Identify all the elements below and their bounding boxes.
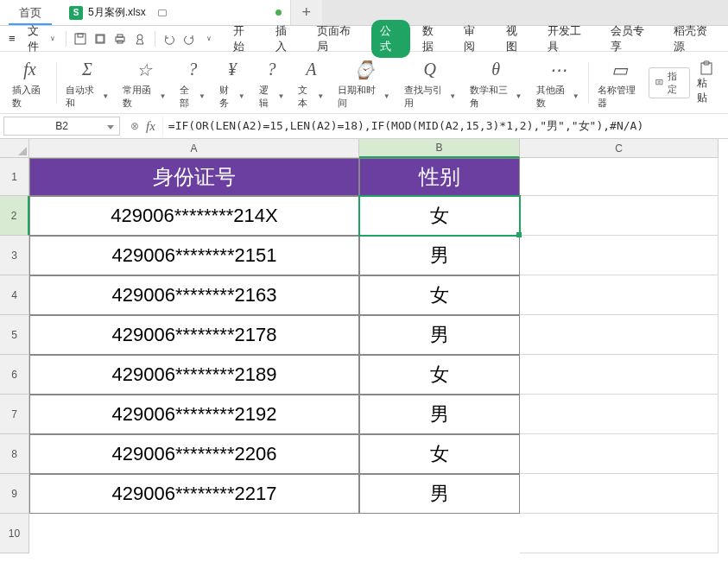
row-header-9[interactable]: 9 [0, 474, 29, 514]
ribbon-tab-8[interactable]: 会员专享 [602, 20, 662, 58]
ribbon-group-文本[interactable]: A文本▼ [291, 54, 331, 112]
cell-C1[interactable] [520, 158, 719, 196]
cell-A8[interactable]: 429006********2206 [29, 434, 359, 474]
cell-B2[interactable]: 女 [359, 196, 520, 236]
dropdown-more-icon[interactable]: ∨ [199, 29, 218, 48]
cell-C4[interactable] [520, 275, 719, 315]
file-menu[interactable]: 文件∨ [22, 20, 60, 58]
presentation-mode-icon[interactable] [158, 9, 167, 16]
undo-icon[interactable] [161, 29, 179, 48]
ribbon-group-名称管理器[interactable]: ▭名称管理器 [591, 54, 649, 112]
cell-B5[interactable]: 男 [359, 315, 520, 355]
fill-handle[interactable] [516, 232, 522, 237]
row-header-6[interactable]: 6 [0, 355, 29, 395]
ribbon-group-查找与引用[interactable]: Q查找与引用▼ [397, 54, 463, 112]
svg-rect-5 [117, 35, 123, 37]
ribbon-group-日期和时间[interactable]: ⌚日期和时间▼ [331, 54, 396, 112]
select-all-corner[interactable] [0, 139, 29, 158]
ribbon-tab-3[interactable]: 公式 [371, 20, 409, 58]
column-header-B[interactable]: B [359, 139, 520, 158]
row-header-8[interactable]: 8 [0, 434, 29, 474]
ribbon-label: 查找与引用▼ [404, 84, 456, 110]
column-header-A[interactable]: A [29, 139, 359, 158]
cell-C6[interactable] [520, 355, 719, 395]
row-header-2[interactable]: 2 [0, 196, 29, 236]
自动求和-icon: Σ [82, 56, 92, 84]
cell-A4[interactable]: 429006********2163 [29, 275, 359, 315]
assign-name-button[interactable]: 指定 [649, 67, 690, 98]
ribbon-group-插入函数[interactable]: fx插入函数 [5, 54, 54, 112]
print-preview-icon[interactable] [92, 29, 110, 48]
save-icon[interactable] [72, 29, 90, 48]
redo-icon[interactable] [180, 29, 199, 48]
cell-A2[interactable]: 429006********214X [29, 196, 359, 236]
hamburger-menu[interactable]: ≡ [3, 28, 21, 48]
ribbon-label: 逻辑▼ [259, 84, 285, 110]
format-painter-icon[interactable] [131, 29, 149, 48]
cell-B8[interactable]: 女 [359, 434, 520, 474]
ribbon-label: 文本▼ [298, 84, 324, 110]
ribbon-group-逻辑[interactable]: ?逻辑▼ [252, 54, 292, 112]
cell-A9[interactable]: 429006********2217 [29, 474, 359, 514]
ribbon-group-常用函数[interactable]: ☆常用函数▼ [116, 54, 173, 112]
ribbon-label: 日期和时间▼ [338, 84, 389, 110]
cell-B3[interactable]: 男 [359, 236, 520, 275]
cell-C7[interactable] [520, 395, 719, 434]
逻辑-icon: ? [268, 56, 276, 84]
名称管理器-icon: ▭ [611, 56, 628, 84]
ribbon-right: 指定 粘贴 [649, 60, 723, 105]
cell-C3[interactable] [520, 236, 719, 275]
cell-C10[interactable] [520, 514, 719, 553]
name-box[interactable]: B2 [3, 117, 120, 136]
cell-B6[interactable]: 女 [359, 355, 520, 395]
fx-icon[interactable]: fx [146, 119, 155, 134]
ribbon-group-数学和三角[interactable]: θ数学和三角▼ [463, 54, 529, 112]
cell-B9[interactable]: 男 [359, 474, 520, 514]
row-header-10[interactable]: 10 [0, 514, 29, 553]
cell-A1[interactable]: 身份证号 [29, 158, 359, 196]
ribbon-tab-1[interactable]: 插入 [267, 20, 305, 58]
column-header-C[interactable]: C [520, 139, 719, 158]
row-header-4[interactable]: 4 [0, 275, 29, 315]
ribbon-group-全部[interactable]: ?全部▼ [173, 54, 212, 112]
ribbon-tab-5[interactable]: 审阅 [455, 20, 493, 58]
ribbon-tab-2[interactable]: 页面布局 [308, 20, 368, 58]
row-header-5[interactable]: 5 [0, 315, 29, 355]
ribbon-tab-6[interactable]: 视图 [497, 20, 535, 58]
cell-C8[interactable] [520, 434, 719, 474]
quick-access-toolbar: ≡ 文件∨ ∨ [3, 20, 225, 58]
paste-button[interactable]: 粘贴 [697, 60, 716, 105]
cell-B4[interactable]: 女 [359, 275, 520, 315]
home-tab[interactable]: 首页 [0, 0, 60, 25]
ribbon-group-自动求和[interactable]: Σ自动求和▼ [59, 54, 116, 112]
print-icon[interactable] [111, 29, 130, 48]
cell-A7[interactable]: 429006********2192 [29, 395, 359, 434]
cell-A5[interactable]: 429006********2178 [29, 315, 359, 355]
ribbon-group-其他函数[interactable]: ⋯其他函数▼ [529, 54, 586, 112]
row-header-1[interactable]: 1 [0, 158, 29, 196]
spreadsheet-grid[interactable]: ABC 12345678910 身份证号性别429006********214X… [0, 139, 728, 562]
separator [155, 31, 155, 47]
ribbon: fx插入函数Σ自动求和▼☆常用函数▼?全部▼¥财务▼?逻辑▼A文本▼⌚日期和时间… [0, 52, 728, 114]
cell-A6[interactable]: 429006********2189 [29, 355, 359, 395]
formula-input[interactable]: =IF(OR(LEN(A2)=15,LEN(A2)=18),IF(MOD(MID… [162, 117, 728, 136]
row-header-3[interactable]: 3 [0, 236, 29, 275]
cell-C2[interactable] [520, 196, 719, 236]
ribbon-label: 数学和三角▼ [470, 84, 522, 110]
ribbon-tab-7[interactable]: 开发工具 [539, 20, 598, 58]
formula-bar-wrap: B2 ⊗ fx =IF(OR(LEN(A2)=15,LEN(A2)=18),IF… [0, 114, 728, 139]
paste-label: 粘贴 [697, 76, 716, 105]
ribbon-tab-4[interactable]: 数据 [414, 20, 452, 58]
cell-B1[interactable]: 性别 [359, 158, 520, 196]
ribbon-tab-0[interactable]: 开始 [225, 20, 263, 58]
cell-C9[interactable] [520, 474, 719, 514]
cell-B7[interactable]: 男 [359, 395, 520, 434]
ribbon-group-财务[interactable]: ¥财务▼ [212, 54, 252, 112]
cell-A3[interactable]: 429006********2151 [29, 236, 359, 275]
插入函数-icon: fx [23, 56, 35, 84]
cell-C5[interactable] [520, 315, 719, 355]
cancel-formula-icon[interactable]: ⊗ [130, 120, 139, 132]
ribbon-label: 常用函数▼ [123, 84, 166, 110]
row-header-7[interactable]: 7 [0, 395, 29, 434]
ribbon-tab-9[interactable]: 稻壳资源 [665, 20, 725, 58]
